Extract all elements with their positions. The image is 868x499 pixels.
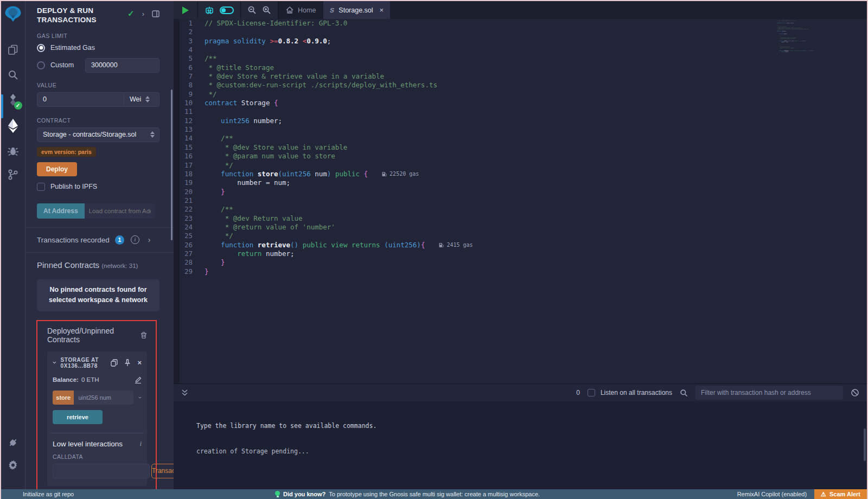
contract-select[interactable]: Storage - contracts/Storage.sol (37, 127, 159, 142)
panel-scrollbar[interactable] (171, 89, 173, 240)
file-explorer-icon[interactable] (1, 39, 25, 61)
evm-version-badge: evm version: paris (37, 147, 96, 157)
settings-gear-icon[interactable] (1, 453, 25, 475)
run-script-icon[interactable] (182, 7, 189, 14)
plugin-manager-icon[interactable] (1, 432, 25, 453)
code-line[interactable]: 25 */ (174, 232, 867, 240)
deploy-run-icon[interactable] (1, 114, 25, 138)
custom-gas-radio[interactable] (37, 61, 45, 69)
search-icon[interactable] (1, 64, 25, 86)
code-line[interactable]: 29} (777, 54, 819, 55)
code-line[interactable]: 17 */ (174, 161, 867, 170)
terminal-filter-input[interactable] (695, 386, 843, 400)
copilot-status-label[interactable]: RemixAI Copilot (enabled) (737, 491, 807, 497)
store-function-button[interactable]: store (53, 391, 74, 405)
code-line[interactable]: 18 function store(uint256 num) public {2… (174, 170, 867, 178)
code-line[interactable]: 23 * @dev Return value (174, 214, 867, 223)
code-line[interactable]: 12 uint256 number; (174, 117, 867, 125)
tab-storage-sol[interactable]: S Storage.sol × (323, 1, 390, 19)
tab-home[interactable]: Home (278, 1, 323, 19)
listen-all-checkbox[interactable] (588, 389, 595, 396)
editor-minimap[interactable]: 1// SPDX-License-Identifier: GPL-3.023pr… (777, 20, 819, 74)
clear-instances-trash-icon[interactable] (141, 331, 147, 339)
terminal[interactable]: Type the library name to see available c… (174, 401, 867, 489)
estimated-gas-radio[interactable] (37, 44, 45, 52)
code-line[interactable]: 29} (174, 267, 867, 276)
transact-button[interactable]: Transact (151, 464, 174, 478)
code-line[interactable]: 27 return number; (174, 250, 867, 258)
home-icon (286, 7, 293, 14)
at-address-button[interactable]: At Address (37, 203, 85, 219)
code-line[interactable]: 4 (174, 46, 867, 54)
code-line[interactable]: 22 /** (174, 205, 867, 214)
zoom-out-icon[interactable] (247, 5, 257, 15)
code-line[interactable]: 3pragma solidity >=0.8.2 <0.9.0; (174, 37, 867, 46)
terminal-scrollbar[interactable] (864, 428, 866, 461)
git-init-button[interactable]: Initialize as git repo (1, 491, 74, 497)
collapse-terminal-icon[interactable] (181, 389, 188, 396)
expand-params-icon[interactable] (138, 395, 142, 400)
did-you-know-tip: Did you know? To prototype using the Gno… (275, 491, 540, 497)
balance-value: 0 ETH (81, 376, 99, 383)
code-line[interactable]: 19 number = num; (174, 178, 867, 187)
remix-logo-icon[interactable] (1, 1, 25, 27)
retrieve-function-button[interactable]: retrieve (53, 410, 103, 424)
calldata-input[interactable] (53, 464, 150, 478)
terminal-line: Type the library name to see available c… (196, 422, 867, 431)
code-line[interactable]: 5/** (174, 54, 867, 63)
scam-alert-label: Scam Alert (829, 491, 860, 497)
deploy-button[interactable]: Deploy (37, 162, 77, 176)
debugger-icon[interactable] (1, 140, 25, 162)
publish-ipfs-checkbox[interactable] (37, 183, 45, 191)
transactions-info-icon[interactable]: i (131, 235, 139, 244)
code-editor[interactable]: 1// SPDX-License-Identifier: GPL-3.023pr… (174, 19, 867, 383)
code-line[interactable]: 13 (174, 125, 867, 134)
low-level-info-icon[interactable]: i (140, 440, 142, 448)
code-line[interactable]: 1// SPDX-License-Identifier: GPL-3.0 (174, 19, 867, 28)
scam-alert-button[interactable]: ⚠ Scam Alert (814, 489, 867, 499)
ai-copilot-robot-icon[interactable] (205, 5, 214, 15)
edit-balance-icon[interactable] (135, 376, 142, 383)
code-line[interactable]: 8 * @custom:dev-run-script ./scripts/dep… (174, 81, 867, 89)
tab-storage-label: Storage.sol (339, 7, 373, 14)
gas-estimate-badge: 2415 gas (808, 50, 813, 51)
store-param-input[interactable] (74, 391, 133, 405)
code-line[interactable]: 20 } (174, 188, 867, 196)
terminal-search-icon[interactable] (680, 389, 688, 397)
code-line[interactable]: 6 * @title Storage (174, 63, 867, 72)
tab-close-icon[interactable]: × (380, 6, 384, 14)
code-line[interactable]: 11 (174, 107, 867, 116)
copy-address-icon[interactable] (111, 359, 118, 367)
code-line[interactable]: 16 * @param num value to store (174, 152, 867, 161)
instance-collapse-icon[interactable] (53, 361, 56, 364)
code-line[interactable]: 26 function retrieve() public view retur… (174, 241, 867, 250)
code-line[interactable]: 7 * @dev Store & retrieve value in a var… (174, 72, 867, 81)
code-line[interactable]: 10contract Storage { (174, 99, 867, 107)
code-line[interactable]: 14 /** (174, 134, 867, 143)
zoom-in-icon[interactable] (262, 5, 271, 15)
terminal-line: creation of Storage pending... (196, 447, 867, 456)
panel-chevron-right-icon[interactable]: › (142, 10, 144, 18)
pin-panel-icon[interactable] (152, 10, 159, 17)
value-input[interactable] (37, 92, 124, 107)
code-line[interactable]: 24 * @return value of 'number' (174, 223, 867, 232)
at-address-input[interactable] (85, 203, 155, 219)
clear-console-ban-icon[interactable] (851, 388, 859, 397)
git-plugin-icon[interactable] (1, 164, 25, 185)
code-line[interactable]: 9 */ (174, 90, 867, 99)
pin-contract-icon[interactable] (124, 359, 131, 367)
code-line[interactable]: 2 (174, 28, 867, 36)
solidity-compiler-icon[interactable]: ✓ (1, 89, 25, 111)
pinned-contracts-title: Pinned Contracts (network: 31) (37, 260, 159, 270)
custom-gas-input[interactable] (85, 58, 159, 73)
copilot-toggle[interactable] (220, 7, 234, 14)
code-line[interactable]: 21 (174, 196, 867, 205)
value-unit-select[interactable]: Wei (124, 92, 159, 107)
unit-stepper-icon[interactable] (145, 96, 150, 103)
icon-rail: ✓ (1, 1, 25, 489)
transactions-expand-icon[interactable]: › (148, 235, 151, 244)
code-line[interactable]: 28 } (174, 258, 867, 267)
code-line[interactable]: 15 * @dev Store value in variable (174, 143, 867, 152)
pending-tx-count: 0 (576, 389, 580, 396)
remove-instance-icon[interactable]: × (137, 359, 142, 367)
